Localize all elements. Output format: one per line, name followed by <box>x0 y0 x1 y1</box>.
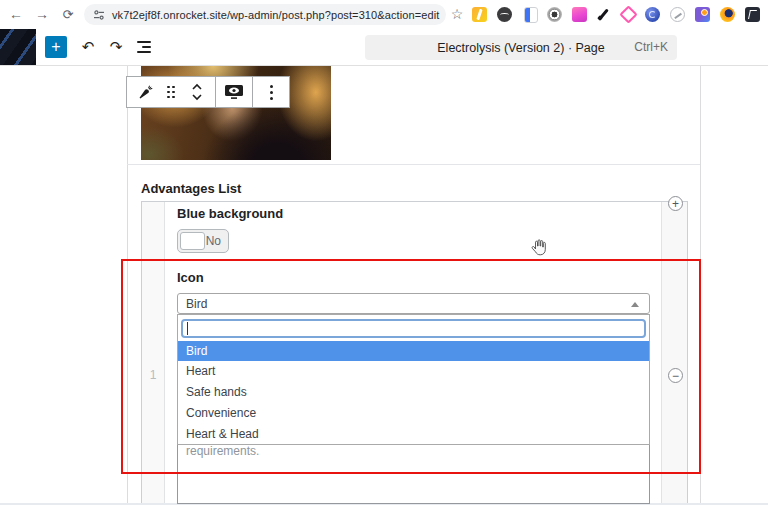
extension-icon-swirl[interactable] <box>645 7 660 22</box>
icon-field-label: Icon <box>177 270 204 285</box>
editor-header: + ↶ ↷ Electrolysis (Version 2) · Page Ct… <box>0 29 768 66</box>
row-number-column <box>142 202 165 503</box>
canvas-right-border <box>700 66 701 504</box>
site-info-icon[interactable] <box>93 9 105 21</box>
extension-icon-figma-like[interactable] <box>745 7 760 22</box>
browser-back-button[interactable]: ← <box>4 2 28 26</box>
undo-button[interactable]: ↶ <box>76 36 100 58</box>
dropdown-option-heart[interactable]: Heart <box>178 361 649 382</box>
shortcut-hint: Ctrl+K <box>634 40 668 54</box>
extension-icon-reader[interactable] <box>524 7 538 23</box>
block-toolbar-group-options <box>252 77 289 107</box>
screen-eye-icon <box>224 84 244 100</box>
address-bar[interactable]: vk7t2ejf8f.onrocket.site/wp-admin/post.p… <box>84 4 446 25</box>
screenshot-root: ← → ⟳ vk7t2ejf8f.onrocket.site/wp-admin/… <box>0 0 768 509</box>
block-options-button[interactable] <box>258 77 284 107</box>
icon-select-value: Bird <box>186 297 207 311</box>
extension-icon-wave[interactable] <box>497 7 512 22</box>
add-block-button[interactable]: + <box>45 36 67 58</box>
block-toolbar-group-main <box>127 77 215 107</box>
blue-background-label: Blue background <box>177 206 283 221</box>
extension-icon-diamond[interactable] <box>619 5 637 23</box>
block-type-button[interactable] <box>132 77 158 107</box>
toggle-value-label: No <box>206 234 221 248</box>
dropdown-option-convenience[interactable]: Convenience <box>178 403 649 424</box>
dropdown-search-wrap <box>178 315 649 341</box>
chevron-up-icon <box>631 302 639 307</box>
carrot-icon <box>137 84 154 101</box>
dropdown-search-input[interactable] <box>181 319 646 338</box>
browser-toolbar: ← → ⟳ vk7t2ejf8f.onrocket.site/wp-admin/… <box>0 0 768 29</box>
remove-row-button[interactable]: − <box>668 368 683 383</box>
dropdown-results: Bird Heart Safe hands Convenience Heart … <box>178 341 649 445</box>
extension-icon-pink-panel[interactable] <box>572 7 587 22</box>
add-row-button[interactable]: + <box>668 196 683 211</box>
drag-dots-icon <box>167 86 175 99</box>
bookmark-star-icon[interactable]: ☆ <box>446 2 468 26</box>
block-toolbar <box>126 76 290 108</box>
extension-icon-lens[interactable] <box>547 7 562 22</box>
text-field-textarea[interactable]: requirements. <box>177 441 650 504</box>
dropdown-option-safe-hands[interactable]: Safe hands <box>178 382 649 403</box>
icon-select[interactable]: Bird <box>177 293 650 314</box>
extension-icon-flame[interactable] <box>720 7 735 22</box>
text-caret <box>187 322 188 335</box>
list-view-button[interactable] <box>132 36 156 58</box>
url-text: vk7t2ejf8f.onrocket.site/wp-admin/post.p… <box>112 9 439 21</box>
site-logo[interactable] <box>0 29 36 65</box>
canvas-left-border <box>127 66 128 504</box>
blue-background-toggle[interactable]: No <box>177 229 229 253</box>
block-toolbar-group-preview <box>215 77 252 107</box>
row-drag-handle[interactable]: 1 <box>142 368 164 382</box>
kebab-icon <box>270 85 273 100</box>
browser-reload-button[interactable]: ⟳ <box>56 2 80 26</box>
list-view-icon <box>137 41 151 53</box>
extension-icon-compass[interactable] <box>670 7 685 22</box>
extension-icon-eyedropper[interactable] <box>596 7 611 22</box>
extension-icon-picker[interactable] <box>695 7 710 22</box>
block-separator <box>127 164 700 165</box>
row-actions-column <box>661 202 687 503</box>
toggle-knob <box>180 232 205 250</box>
dropdown-option-bird[interactable]: Bird <box>178 341 649 362</box>
dropdown-option-heart-head[interactable]: Heart & Head <box>178 424 649 445</box>
document-title: Electrolysis (Version 2) · Page <box>437 41 604 55</box>
drag-handle[interactable] <box>158 77 184 107</box>
move-up-down-buttons[interactable] <box>184 77 210 107</box>
browser-forward-button[interactable]: → <box>30 2 54 26</box>
extension-icon-lightning[interactable] <box>472 7 487 22</box>
chevron-up-down-icon <box>191 81 203 103</box>
icon-select-dropdown: Bird Heart Safe hands Convenience Heart … <box>177 314 650 445</box>
command-palette-bar[interactable]: Electrolysis (Version 2) · Page Ctrl+K <box>365 35 677 60</box>
field-section-label: Advantages List <box>141 181 241 196</box>
redo-button[interactable]: ↷ <box>104 36 128 58</box>
block-preview-toggle-button[interactable] <box>221 77 247 107</box>
